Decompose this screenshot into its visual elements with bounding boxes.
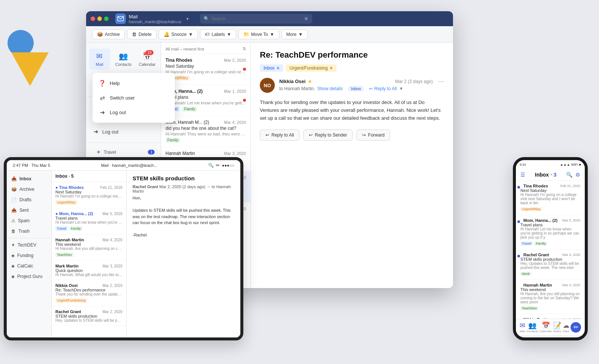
reply-sender-label: Reply to Sender — [315, 132, 347, 138]
sidebar-item-calendar[interactable]: 📅 19 Calendar — [137, 49, 158, 70]
tablet-email-nikkia[interactable]: Nikkia Osei Mar 2, 2020 Re: TeachDev per… — [52, 280, 126, 306]
tablet-compose-icon[interactable]: ✏ — [216, 163, 220, 168]
phone-search-icon[interactable]: 🔍 — [566, 172, 572, 178]
phone-back-icon[interactable]: ☰ — [520, 172, 525, 178]
email-sender-hannah: Hannah Martin — [165, 151, 195, 156]
tablet-nav-projectguru[interactable]: ◈ Project Guru — [7, 271, 51, 282]
tablet-search-icon[interactable]: 🔍 — [208, 163, 214, 168]
account-dropdown-arrow[interactable]: ▼ — [186, 17, 189, 21]
dropdown-menu: ❓ Help ⇄ Switch user ➜ Log out — [92, 73, 175, 123]
phone-tb-edit[interactable]: ✏ — [571, 322, 581, 333]
t-date-nikkia: Mar 2, 2020 — [103, 284, 122, 288]
email-preview-tina: Hi Hannah! I'm going on a college visit … — [165, 70, 246, 74]
t-subject-nikkia: Re: TeachDev performance — [55, 288, 122, 292]
tablet-email-hannah[interactable]: Hannah Martin Mar 4, 2020 This weekend H… — [52, 235, 126, 261]
t-subject-mark: Quick question — [55, 268, 122, 273]
logout-menu-item[interactable]: ➜ Log out — [86, 125, 161, 138]
tablet-nav-sent[interactable]: 📤 Sent — [7, 205, 51, 215]
phone-tb-mail[interactable]: ✉ Mail — [520, 321, 525, 333]
phone-tb-calendar[interactable]: 📅 Calendar — [539, 321, 551, 333]
minimize-button[interactable] — [97, 16, 102, 21]
phone-compose-icon[interactable]: ✏ — [571, 322, 581, 333]
t-tag-urgent: Urgent/Riley — [55, 200, 77, 205]
reply-all-meta-btn[interactable]: ↩ Reply to All — [369, 86, 396, 91]
tablet-nav-funding[interactable]: ◈ Funding — [7, 250, 51, 261]
labels-label: Labels — [212, 32, 225, 37]
folder-travel-label: Travel — [104, 150, 116, 155]
t-tag-uf: Urgent/Fundraising — [55, 298, 87, 303]
phone-calendar-label: Calendar — [539, 330, 551, 333]
phone-tb-contacts[interactable]: 👥 Contacts — [526, 321, 538, 333]
dropdown-logout[interactable]: ➜ Log out — [92, 105, 175, 120]
forward-button[interactable]: ↪ Forward — [356, 129, 390, 141]
email-sort-icon[interactable]: ⇅ — [243, 46, 246, 51]
dropdown-switch-label: Switch user — [110, 95, 135, 101]
delete-button[interactable]: 🗑 Delete — [127, 29, 156, 39]
tablet-email-mark[interactable]: Mark Martin Mar 3, 2020 Quick question H… — [52, 261, 126, 280]
search-input[interactable] — [212, 16, 304, 21]
phone-tb-notes[interactable]: 📝 Notes — [553, 321, 561, 333]
tablet-funding-label: Funding — [17, 253, 33, 258]
tablet-catcalc-label: CatCalc — [17, 263, 33, 269]
tablet-nav-catcalc[interactable]: ◈ CatCalc — [7, 261, 51, 271]
search-bar[interactable]: 🔍 ✕ — [200, 14, 312, 24]
techdev-icon: ✦ — [11, 242, 15, 248]
p-tag-family: Family — [534, 242, 547, 245]
phone-settings-icon[interactable]: ⚙ — [575, 172, 580, 178]
move-to-button[interactable]: 📁 Move To ▼ — [238, 29, 279, 39]
sidebar-item-mail[interactable]: ✉ Mail — [89, 49, 110, 70]
phone-email-nikkia[interactable]: Nikkia Osei Mar 3, 2020 Re: TeachDev per… — [516, 314, 585, 319]
dropdown-help-label: Help — [110, 80, 120, 86]
phone-contacts-icon: 👥 — [528, 321, 536, 330]
p-subject-tina: Next Saturday — [520, 188, 580, 193]
p-date-nikkia: Mar 3, 2020 — [562, 318, 580, 319]
reply-sender-button[interactable]: ↩ Reply to Sender — [303, 129, 353, 141]
t-preview-hannah: Hi Hannah, Are you still planning on com… — [55, 247, 122, 251]
sidebar-label-mail: Mail — [96, 62, 103, 67]
tag-inbox-close[interactable]: ✕ — [276, 66, 280, 71]
spam-nav-icon: ⚠ — [11, 218, 15, 223]
tablet-nav-inbox[interactable]: 📥 Inbox — [7, 174, 51, 184]
phone-tb-files[interactable]: ☁ Files — [563, 321, 569, 333]
tag-inbox[interactable]: Inbox ✕ — [260, 64, 283, 72]
tablet-nav-archive[interactable]: 📦 Archive — [7, 184, 51, 195]
tablet-nav-spam[interactable]: ⚠ Spam — [7, 215, 51, 226]
tablet-nav-trash[interactable]: 🗑 Trash — [7, 226, 51, 236]
phone-email-hannah[interactable]: Hannah Martin Mar 4, 2020 This weekend H… — [516, 280, 585, 314]
folder-travel[interactable]: ✈ Travel 1 — [86, 147, 161, 157]
forward-icon: ↪ — [362, 132, 366, 138]
phone-email-mom[interactable]: Mom, Hanna... (2) Mar 5, 2020 Travel pla… — [516, 215, 585, 250]
phone-email-rachel[interactable]: Rachel Grant Mar 4, 2020 STEM skills pro… — [516, 250, 585, 280]
tag-uf-close[interactable]: ✕ — [329, 66, 333, 71]
sender-name: Nikkia Osei — [279, 79, 305, 84]
t-preview-nikkia: Thank you for sending over the updates t… — [55, 292, 122, 296]
more-button[interactable]: More ▼ — [282, 30, 308, 39]
phone-email-tina[interactable]: Tina Rhodes Feb 21, 2020 Next Saturday H… — [516, 181, 585, 215]
archive-button[interactable]: 📦 Archive — [92, 29, 125, 39]
labels-button[interactable]: 🏷 Labels ▼ — [200, 29, 236, 39]
reply-options-icon[interactable]: ▼ — [399, 86, 404, 91]
tablet-email-rachel[interactable]: Rachel Grant Mar 2, 2020 STEM skills pro… — [52, 306, 126, 326]
sidebar-item-contacts[interactable]: 👥 Contacts — [113, 49, 134, 70]
tablet-email-tina[interactable]: ● Tina Rhodes Feb 21, 2020 Next Saturday… — [52, 182, 126, 208]
reply-all-button[interactable]: ↩ Reply to All — [260, 129, 300, 141]
snooze-button[interactable]: 🔔 Snooze ▼ — [159, 29, 198, 39]
logout-icon: ➜ — [94, 128, 98, 135]
show-details-link[interactable]: Show details — [317, 86, 343, 91]
dropdown-help[interactable]: ❓ Help — [92, 76, 175, 91]
dropdown-switch-user[interactable]: ⇄ Switch user — [92, 91, 175, 105]
tablet-email-mom[interactable]: ● Mom, Hanna... (2) Mar 5, 2020 Travel p… — [52, 208, 126, 235]
sent-nav-icon: 📤 — [11, 208, 17, 213]
search-clear-icon[interactable]: ✕ — [304, 16, 308, 22]
sender-avatar: NO — [260, 78, 275, 93]
tablet-nav-drafts[interactable]: 📄 Drafts — [7, 195, 51, 205]
star-icon[interactable]: ★ — [308, 79, 312, 84]
maximize-button[interactable] — [104, 16, 109, 21]
dropdown-help-icon: ❓ — [98, 80, 106, 87]
tag-urgent-fundraising[interactable]: Urgent/Fundraising ✕ — [286, 64, 337, 72]
snooze-label: Snooze — [171, 32, 187, 37]
tablet-nav-techdev[interactable]: ✦ TechDEV — [7, 240, 51, 250]
email-options-icon[interactable]: ⋯ — [438, 78, 444, 85]
close-button[interactable] — [91, 16, 95, 21]
phone-unread-dot-3 — [517, 255, 520, 257]
